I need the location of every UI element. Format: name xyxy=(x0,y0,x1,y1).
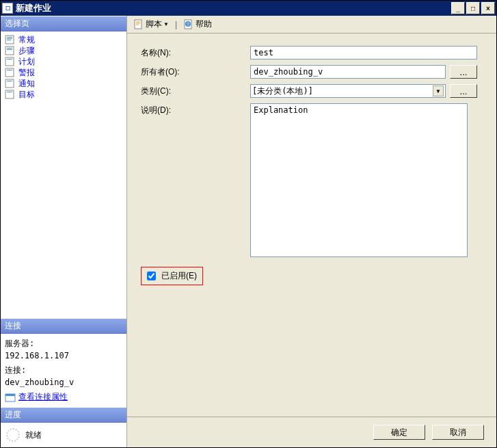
svg-rect-16 xyxy=(5,394,15,396)
window-title: 新建作业 xyxy=(16,2,451,14)
svg-rect-10 xyxy=(7,70,12,70)
nav-item-notify[interactable]: 通知 xyxy=(3,78,124,89)
enabled-label: 已启用(E) xyxy=(161,270,197,282)
svg-rect-4 xyxy=(5,47,14,55)
right-panel: 脚本 ▼ | ? 帮助 名称(N): 所有者(O): xyxy=(127,16,496,447)
cancel-button[interactable]: 取消 xyxy=(432,425,484,440)
progress-body: 就绪 xyxy=(1,423,126,447)
conn-value: dev_zhoubing_v xyxy=(5,378,122,387)
svg-rect-7 xyxy=(5,57,14,66)
nav-item-schedule[interactable]: 计划 xyxy=(3,56,124,67)
enabled-checkbox[interactable] xyxy=(147,272,156,280)
page-icon xyxy=(5,68,16,77)
script-label: 脚本 xyxy=(146,18,162,30)
nav-list: 常规 步骤 计划 警报 通知 xyxy=(1,31,126,103)
server-value: 192.168.1.107 xyxy=(5,351,122,360)
script-icon xyxy=(133,19,144,30)
svg-rect-8 xyxy=(7,59,12,60)
page-icon xyxy=(5,90,16,99)
enabled-row: 已启用(E) xyxy=(141,267,203,285)
owner-input[interactable] xyxy=(250,65,446,79)
owner-label: 所有者(O): xyxy=(141,65,250,78)
svg-rect-1 xyxy=(7,37,12,38)
dialog-window: ☐ 新建作业 _ □ × 选择页 常规 步骤 计划 xyxy=(0,0,497,448)
help-button[interactable]: ? 帮助 xyxy=(181,18,214,31)
body: 选择页 常规 步骤 计划 警报 xyxy=(1,16,496,447)
connection-header: 连接 xyxy=(1,318,126,334)
owner-browse-button[interactable]: ... xyxy=(450,65,477,79)
view-connection-props-link[interactable]: 查看连接属性 xyxy=(5,391,122,403)
maximize-button[interactable]: □ xyxy=(466,2,480,14)
svg-rect-12 xyxy=(7,81,12,81)
window-buttons: _ □ × xyxy=(451,2,495,14)
left-panel: 选择页 常规 步骤 计划 警报 xyxy=(1,16,127,447)
form-area: 名称(N): 所有者(O): ... 类别(C): xyxy=(127,34,496,417)
server-label: 服务器: xyxy=(5,338,122,350)
nav-label: 通知 xyxy=(18,78,35,90)
close-button[interactable]: × xyxy=(481,2,495,14)
view-props-label: 查看连接属性 xyxy=(18,391,68,403)
svg-rect-3 xyxy=(7,40,11,40)
category-browse-button[interactable]: ... xyxy=(450,84,477,98)
category-value: [未分类(本地)] xyxy=(252,85,313,97)
nav-label: 常规 xyxy=(18,34,35,46)
ok-button[interactable]: 确定 xyxy=(373,425,425,440)
toolbar-separator: | xyxy=(174,20,178,29)
nav-filler xyxy=(1,103,126,318)
category-label: 类别(C): xyxy=(141,84,250,97)
name-label: 名称(N): xyxy=(141,46,250,59)
help-icon: ? xyxy=(183,19,194,30)
svg-rect-9 xyxy=(5,68,14,77)
button-bar: 确定 取消 xyxy=(127,417,496,447)
toolbar: 脚本 ▼ | ? 帮助 xyxy=(127,16,496,34)
connection-body: 服务器: 192.168.1.107 连接: dev_zhoubing_v 查看… xyxy=(1,334,126,407)
page-icon xyxy=(5,46,16,55)
category-row: 类别(C): [未分类(本地)] ▼ ... xyxy=(141,84,477,98)
minimize-button[interactable]: _ xyxy=(451,2,465,14)
owner-row: 所有者(O): ... xyxy=(141,65,477,79)
nav-label: 警报 xyxy=(18,67,35,79)
desc-label: 说明(D): xyxy=(141,103,250,116)
progress-header: 进度 xyxy=(1,407,126,423)
desc-row: 说明(D): xyxy=(141,103,477,257)
svg-rect-13 xyxy=(5,90,14,98)
nav-item-alerts[interactable]: 警报 xyxy=(3,67,124,78)
nav-label: 步骤 xyxy=(18,45,35,57)
page-icon xyxy=(5,79,16,88)
progress-status: 就绪 xyxy=(25,430,42,441)
titlebar: ☐ 新建作业 _ □ × xyxy=(1,1,496,16)
conn-label: 连接: xyxy=(5,365,122,376)
dropdown-arrow-icon: ▼ xyxy=(163,21,169,27)
svg-rect-6 xyxy=(7,49,12,50)
properties-icon xyxy=(5,392,16,403)
help-label: 帮助 xyxy=(196,18,212,30)
description-textarea[interactable] xyxy=(250,103,468,257)
svg-text:?: ? xyxy=(187,22,189,27)
name-input[interactable] xyxy=(250,46,477,60)
nav-label: 目标 xyxy=(18,89,35,101)
script-button[interactable]: 脚本 ▼ xyxy=(131,18,171,31)
nav-item-steps[interactable]: 步骤 xyxy=(3,45,124,56)
page-icon xyxy=(5,35,16,44)
select-page-header: 选择页 xyxy=(1,16,126,31)
svg-rect-5 xyxy=(7,48,12,49)
nav-item-targets[interactable]: 目标 xyxy=(3,89,124,100)
spinner-icon xyxy=(6,428,20,442)
nav-item-general[interactable]: 常规 xyxy=(3,34,124,45)
chevron-down-icon: ▼ xyxy=(433,85,444,96)
app-icon: ☐ xyxy=(2,3,13,14)
nav-label: 计划 xyxy=(18,56,35,68)
name-row: 名称(N): xyxy=(141,46,477,60)
svg-rect-14 xyxy=(7,92,12,92)
svg-rect-2 xyxy=(7,38,12,39)
page-icon xyxy=(5,57,16,66)
category-select[interactable]: [未分类(本地)] ▼ xyxy=(250,84,446,98)
svg-rect-11 xyxy=(5,79,14,88)
